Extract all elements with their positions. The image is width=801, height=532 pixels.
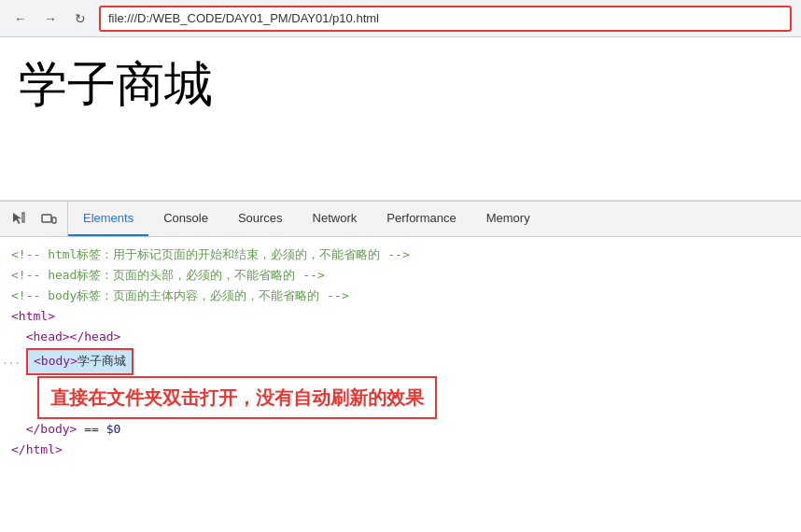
svg-rect-0 <box>22 213 24 222</box>
page-title: 学子商城 <box>19 56 782 114</box>
devtools-icon-group <box>0 202 68 236</box>
back-button[interactable]: ← <box>9 7 32 30</box>
tag-html-close: </html> <box>11 440 63 460</box>
page-content: 学子商城 <box>0 37 801 201</box>
code-line-2: <!-- head标签：页面的头部，必须的，不能省略的 --> <box>0 265 801 286</box>
tab-network[interactable]: Network <box>298 202 372 236</box>
comment-head: <!-- head标签：页面的头部，必须的，不能省略的 --> <box>11 265 325 286</box>
highlighted-body-line[interactable]: <body>学子商城 <box>26 348 134 374</box>
devtools-code-panel: <!-- html标签：用于标记页面的开始和结束，必须的，不能省略的 --> <… <box>0 237 801 532</box>
comment-body: <!-- body标签：页面的主体内容，必须的，不能省略的 --> <box>11 286 349 306</box>
cursor-icon <box>10 211 27 228</box>
tag-body-close: </body> <box>26 419 77 440</box>
code-line-9: </html> <box>0 440 801 460</box>
svg-rect-2 <box>52 217 56 223</box>
tab-console[interactable]: Console <box>148 202 223 236</box>
code-line-5: <head></head> <box>0 327 801 347</box>
line-gutter-dots: ... <box>0 347 19 375</box>
comment-html: <!-- html标签：用于标记页面的开始和结束，必须的，不能省略的 --> <box>11 245 410 265</box>
highlighted-body-row: ... <body>学子商城 <box>0 347 801 375</box>
tag-head: <head></head> <box>26 327 121 347</box>
tag-html-open: <html> <box>11 306 55 327</box>
tab-memory[interactable]: Memory <box>471 202 545 236</box>
tab-elements[interactable]: Elements <box>68 202 148 236</box>
address-bar[interactable] <box>99 6 792 32</box>
devtools-panel: Elements Console Sources Network Perform… <box>0 201 801 532</box>
svg-rect-1 <box>42 215 51 222</box>
inspect-element-button[interactable] <box>6 206 32 232</box>
device-toggle-button[interactable] <box>35 206 62 232</box>
browser-toolbar: ← → ↻ <box>0 0 801 37</box>
reload-button[interactable]: ↻ <box>69 7 91 30</box>
dollar-zero: $0 <box>106 419 121 440</box>
code-line-4: <html> <box>0 306 801 327</box>
forward-button[interactable]: → <box>39 7 62 30</box>
device-icon <box>40 211 57 228</box>
tab-sources[interactable]: Sources <box>223 202 298 236</box>
annotation-row: 直接在文件夹双击打开，没有自动刷新的效果 <box>0 376 801 419</box>
tab-performance[interactable]: Performance <box>372 202 471 236</box>
code-line-3: <!-- body标签：页面的主体内容，必须的，不能省略的 --> <box>0 286 801 306</box>
devtools-tabs: Elements Console Sources Network Perform… <box>68 202 545 236</box>
code-line-8: </body> == $0 <box>0 419 801 440</box>
annotation-box: 直接在文件夹双击打开，没有自动刷新的效果 <box>37 376 437 419</box>
devtools-toolbar: Elements Console Sources Network Perform… <box>0 202 801 237</box>
code-line-1: <!-- html标签：用于标记页面的开始和结束，必须的，不能省略的 --> <box>0 245 801 265</box>
